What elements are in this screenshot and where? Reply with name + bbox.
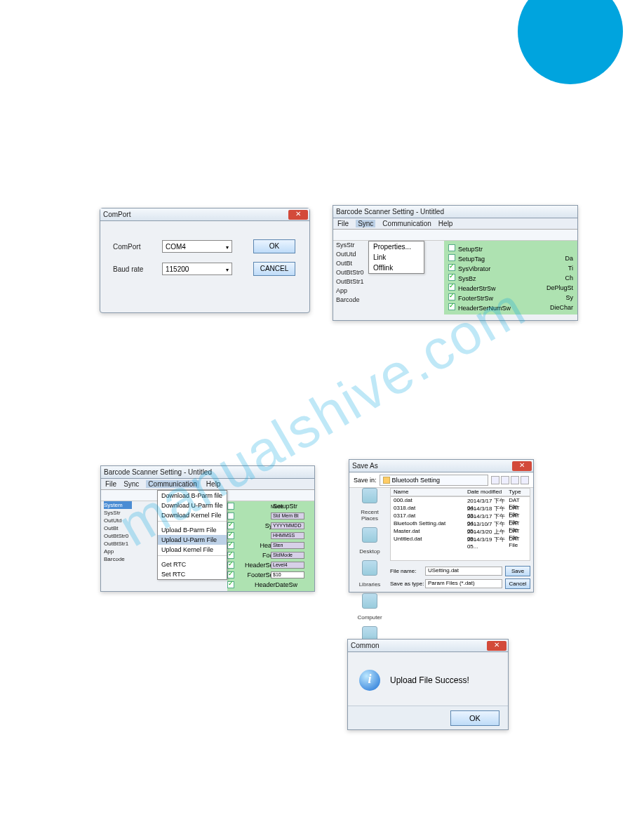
file-list[interactable]: 000.dat2014/3/17 下午 04...DAT File 0318.d… [390, 496, 530, 561]
tree-item[interactable]: OutUtd [104, 517, 132, 524]
close-icon[interactable]: ✕ [512, 461, 532, 471]
save-button[interactable]: Save [505, 566, 530, 576]
close-icon[interactable]: ✕ [288, 210, 308, 220]
value-combo[interactable]: StdMode [271, 552, 304, 559]
baud-select[interactable]: 115200 [162, 263, 232, 275]
col-name[interactable]: Name [391, 489, 467, 496]
comport-value: COM4 [166, 243, 186, 251]
tree-item[interactable]: OutBt [336, 259, 403, 268]
menu-item[interactable]: Get RTC [158, 560, 227, 569]
menu-item[interactable]: Upload Kernel File [158, 545, 227, 555]
checkbox[interactable] [448, 274, 455, 281]
menu-item[interactable]: Set RTC [158, 569, 227, 579]
ok-button[interactable]: OK [450, 710, 499, 726]
tree-item[interactable]: OutUtd [336, 250, 403, 259]
file-row[interactable]: 0317.dat2014/3/17 下午 04...DAT File [391, 512, 530, 520]
newfolder-icon[interactable] [511, 476, 519, 484]
value-field[interactable]: $10 [271, 571, 304, 578]
success-dialog: Common ✕ Upload File Success! OK [347, 639, 509, 730]
place-recent[interactable]: Recent Places [352, 488, 387, 522]
menu-sync[interactable]: Sync [356, 220, 375, 227]
value-combo[interactable]: HHMMSS [271, 532, 304, 539]
value-combo[interactable]: Level4 [271, 562, 304, 569]
comport-select[interactable]: COM4 [162, 240, 232, 253]
file-row[interactable]: Untitled.dat2014/3/19 下午 05...DAT File [391, 536, 530, 543]
views-icon[interactable] [521, 476, 529, 484]
cancel-button[interactable]: Cancel [505, 578, 530, 589]
close-icon[interactable]: ✕ [487, 641, 507, 651]
savetype-select[interactable]: Param Files (*.dat) [425, 579, 502, 588]
tree-item[interactable]: OutBtStr0 [336, 268, 403, 277]
opt-right: Ti [568, 265, 573, 272]
checkbox[interactable] [227, 503, 234, 510]
up-icon[interactable] [501, 476, 509, 484]
menu-file[interactable]: File [105, 480, 116, 488]
filename-input[interactable]: USetting.dat [425, 567, 502, 576]
menu-item-upload-uparm[interactable]: Upload U-Parm File [158, 535, 227, 545]
menu-item[interactable]: Download Kernel File [158, 510, 227, 520]
checkbox[interactable] [448, 254, 455, 261]
file-row[interactable]: 0318.dat2014/3/18 下午 03...DAT File [391, 505, 530, 512]
checkbox[interactable] [448, 244, 455, 251]
file-row[interactable]: Master.dat2014/3/20 上午 09...DAT File [391, 528, 530, 536]
tree-item[interactable]: SysStr [336, 241, 403, 250]
checkbox[interactable] [448, 303, 455, 310]
tree-item[interactable]: App [104, 548, 132, 555]
place-computer[interactable]: Computer [352, 593, 387, 621]
recent-icon [362, 488, 377, 503]
tree-item[interactable]: OutBtStr1 [104, 540, 132, 548]
menu-item[interactable]: Upload B-Parm File [158, 525, 227, 535]
checkbox[interactable] [448, 284, 455, 291]
checkbox[interactable] [227, 532, 234, 539]
checkbox[interactable] [227, 542, 234, 549]
file-row[interactable]: 000.dat2014/3/17 下午 04...DAT File [391, 497, 530, 505]
success-message: Upload File Success! [390, 675, 469, 685]
tree-view[interactable]: SysStr OutUtd OutBt OutBtStr0 OutBtStr1 … [336, 241, 403, 305]
value-combo[interactable]: Sten [271, 542, 304, 549]
menu-communication[interactable]: Communication [146, 480, 199, 488]
menu-help[interactable]: Help [206, 480, 221, 488]
checkbox[interactable] [448, 293, 455, 300]
tree-item[interactable]: OutBtStr1 [336, 277, 403, 286]
tree-view[interactable]: System SysStr OutUtd OutBt OutBtStr0 Out… [104, 501, 132, 563]
filelist-header[interactable]: Name Date modified Type [390, 488, 530, 496]
value-combo[interactable]: YYYYMMDD [271, 522, 304, 529]
back-icon[interactable] [491, 476, 499, 484]
opt-right: Sy [565, 294, 573, 301]
col-date[interactable]: Date modified [467, 489, 509, 496]
file-row[interactable]: Bluetooth Setting.dat2013/10/7 下午 05...D… [391, 520, 530, 528]
place-desktop[interactable]: Desktop [352, 527, 387, 555]
checkbox[interactable] [227, 571, 234, 578]
opt-label: HeaderDateSw [255, 581, 297, 588]
menu-communication[interactable]: Communication [382, 220, 431, 227]
col-type[interactable]: Type [509, 489, 530, 496]
menu-item[interactable]: Download U-Parm file [158, 501, 227, 510]
tree-item[interactable]: Barcode [104, 555, 132, 563]
tree-item[interactable]: SysStr [104, 509, 132, 517]
checkbox[interactable] [227, 522, 234, 529]
savein-select[interactable]: Bluetooth Setting [380, 475, 488, 486]
value-combo[interactable]: Std Mem Bt [271, 512, 304, 519]
menu-sync[interactable]: Sync [123, 480, 139, 488]
tree-item[interactable]: App [336, 286, 403, 296]
cancel-button[interactable]: CANCEL [253, 262, 295, 276]
checkbox[interactable] [227, 512, 234, 519]
tree-item[interactable]: OutBt [104, 524, 132, 532]
info-icon [359, 670, 380, 691]
menu-help[interactable]: Help [438, 220, 453, 227]
menu-file[interactable]: File [337, 220, 349, 227]
options-panel: SetupStr SetupTag SysVibrator SysBz Head… [227, 501, 314, 591]
tree-item[interactable]: Barcode [336, 296, 403, 305]
comport-title: ComPort [103, 211, 130, 218]
checkbox[interactable] [227, 562, 234, 569]
tree-item[interactable]: OutBtStr0 [104, 532, 132, 540]
checkbox[interactable] [227, 552, 234, 559]
checkbox[interactable] [227, 581, 234, 588]
tree-item[interactable]: System [104, 501, 132, 509]
decorative-blob [518, 0, 623, 84]
baud-label: Baud rate [113, 265, 162, 273]
checkbox[interactable] [448, 264, 455, 271]
place-libraries[interactable]: Libraries [352, 560, 387, 588]
menu-item[interactable]: Download B-Parm file [158, 491, 227, 501]
ok-button[interactable]: OK [253, 239, 295, 253]
